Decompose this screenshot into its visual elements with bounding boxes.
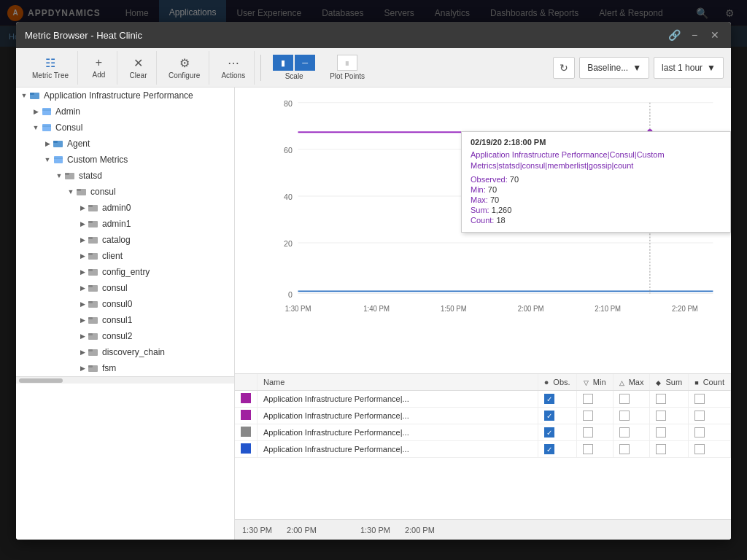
table-row-1[interactable]: Application Infrastructure Performance|.…: [235, 408, 731, 424]
tree-item-fsm[interactable]: ▶ fsm: [16, 360, 234, 376]
row-cb-3-4[interactable]: [689, 441, 731, 458]
row-cb-0-2[interactable]: [613, 391, 650, 408]
tree-item-admin0[interactable]: ▶ admin0: [16, 200, 234, 216]
checkbox-1-0[interactable]: ✓: [544, 411, 554, 421]
expand-admin1[interactable]: ▶: [77, 219, 88, 229]
row-cb-2-3[interactable]: [650, 424, 689, 441]
add-button[interactable]: + Add: [81, 51, 117, 85]
checkbox-1-2[interactable]: [619, 411, 630, 421]
tree-item-consul2[interactable]: ▶ consul2: [16, 328, 234, 344]
expand-aip[interactable]: ▼: [19, 90, 29, 101]
row-cb-0-3[interactable]: [650, 391, 689, 408]
minimize-icon[interactable]: −: [687, 28, 702, 42]
row-cb-3-0[interactable]: ✓: [538, 441, 576, 458]
table-row-2[interactable]: Application Infrastructure Performance|.…: [235, 424, 731, 441]
tree-item-config-entry[interactable]: ▶ config_entry: [16, 264, 234, 280]
tree-h-scrollbar-thumb[interactable]: [19, 378, 63, 383]
baseline-dropdown[interactable]: Baseline... ▼: [579, 57, 649, 79]
plot-points-button[interactable]: ∎: [337, 55, 357, 71]
tree-item-consul-leaf[interactable]: ▶ consul: [16, 280, 234, 296]
tree-item-statsd[interactable]: ▼ statsd: [16, 168, 234, 184]
tree-item-catalog[interactable]: ▶ catalog: [16, 232, 234, 248]
checkbox-3-4[interactable]: [694, 444, 705, 454]
tree-item-client[interactable]: ▶ client: [16, 248, 234, 264]
scale-bar-icon[interactable]: ▮: [273, 55, 293, 71]
tree-item-consul1[interactable]: ▶ consul1: [16, 312, 234, 328]
tree-item-consul-statsd[interactable]: ▼ consul: [16, 184, 234, 200]
tree-item-consul[interactable]: ▼ Consul: [16, 120, 234, 136]
checkbox-3-1[interactable]: [583, 444, 593, 454]
checkbox-2-1[interactable]: [583, 427, 593, 438]
checkbox-2-3[interactable]: [656, 427, 666, 438]
row-cb-2-2[interactable]: [613, 424, 650, 441]
expand-consul1[interactable]: ▶: [77, 315, 88, 325]
expand-config-entry[interactable]: ▶: [77, 267, 88, 277]
tree-item-custom-metrics[interactable]: ▼ Custom Metrics: [16, 152, 234, 168]
expand-agent[interactable]: ▶: [42, 139, 53, 149]
expand-statsd[interactable]: ▼: [54, 171, 64, 181]
row-cb-1-4[interactable]: [689, 408, 731, 424]
row-cb-1-3[interactable]: [650, 408, 689, 424]
checkbox-2-4[interactable]: [694, 427, 705, 438]
row-cb-0-4[interactable]: [689, 391, 731, 408]
checkbox-2-0[interactable]: ✓: [544, 427, 554, 438]
svg-rect-27: [88, 301, 93, 303]
folder-icon-consul-statsd: [76, 186, 88, 198]
expand-consul0[interactable]: ▶: [77, 299, 88, 309]
expand-consul-statsd[interactable]: ▼: [66, 187, 76, 197]
expand-custom-metrics[interactable]: ▼: [42, 155, 53, 165]
row-cb-0-1[interactable]: [576, 391, 613, 408]
actions-button[interactable]: ⋯ Actions: [212, 51, 255, 85]
scale-line-icon[interactable]: ─: [295, 55, 315, 71]
checkbox-3-2[interactable]: [619, 444, 630, 454]
close-icon[interactable]: ✕: [708, 28, 722, 42]
link-icon[interactable]: 🔗: [667, 28, 681, 42]
checkbox-0-2[interactable]: [619, 394, 630, 404]
row-cb-1-1[interactable]: [576, 408, 613, 424]
checkbox-1-3[interactable]: [656, 411, 666, 421]
expand-admin[interactable]: ▶: [31, 106, 41, 117]
expand-discovery-chain[interactable]: ▶: [77, 347, 88, 357]
tree-item-aip[interactable]: ▼ Application Infrastructure Performance: [16, 88, 234, 104]
expand-catalog[interactable]: ▶: [77, 235, 88, 245]
row-cb-2-1[interactable]: [576, 424, 613, 441]
checkbox-2-2[interactable]: [619, 427, 630, 438]
checkbox-0-4[interactable]: [694, 394, 705, 404]
time-range-dropdown[interactable]: last 1 hour ▼: [654, 57, 724, 79]
checkbox-0-0[interactable]: ✓: [544, 394, 554, 404]
tree-item-agent[interactable]: ▶ Agent: [16, 136, 234, 152]
expand-fsm[interactable]: ▶: [77, 363, 88, 373]
metric-tree-button[interactable]: ☷ Metric Tree: [23, 51, 78, 85]
clear-button[interactable]: ✕ Clear: [120, 51, 157, 85]
row-cb-3-1[interactable]: [576, 441, 613, 458]
row-cb-2-0[interactable]: ✓: [538, 424, 576, 441]
tree-item-consul0[interactable]: ▶ consul0: [16, 296, 234, 312]
checkbox-0-1[interactable]: [583, 394, 593, 404]
row-cb-3-3[interactable]: [650, 441, 689, 458]
checkbox-3-3[interactable]: [656, 444, 666, 454]
table-row-0[interactable]: Application Infrastructure Performance|.…: [235, 391, 731, 408]
table-row-3[interactable]: Application Infrastructure Performance|.…: [235, 441, 731, 458]
checkbox-0-3[interactable]: [656, 394, 666, 404]
tree-item-discovery-chain[interactable]: ▶ discovery_chain: [16, 344, 234, 360]
tree-label-admin1: admin1: [102, 219, 131, 229]
checkbox-1-4[interactable]: [694, 411, 705, 421]
configure-button[interactable]: ⚙ Configure: [160, 51, 209, 85]
expand-consul2[interactable]: ▶: [77, 331, 88, 341]
refresh-button[interactable]: ↻: [553, 57, 575, 79]
row-cb-0-0[interactable]: ✓: [538, 391, 576, 408]
tree-item-admin1[interactable]: ▶ admin1: [16, 216, 234, 232]
expand-consul[interactable]: ▼: [31, 122, 41, 133]
expand-client[interactable]: ▶: [77, 251, 88, 261]
expand-consul-leaf[interactable]: ▶: [77, 283, 88, 293]
configure-label: Configure: [169, 71, 200, 79]
tree-h-scrollbar[interactable]: [16, 376, 234, 384]
row-cb-1-0[interactable]: ✓: [538, 408, 576, 424]
row-cb-3-2[interactable]: [613, 441, 650, 458]
checkbox-3-0[interactable]: ✓: [544, 444, 554, 454]
row-cb-2-4[interactable]: [689, 424, 731, 441]
expand-admin0[interactable]: ▶: [77, 203, 88, 213]
row-cb-1-2[interactable]: [613, 408, 650, 424]
tree-item-admin[interactable]: ▶ Admin: [16, 104, 234, 120]
checkbox-1-1[interactable]: [583, 411, 593, 421]
